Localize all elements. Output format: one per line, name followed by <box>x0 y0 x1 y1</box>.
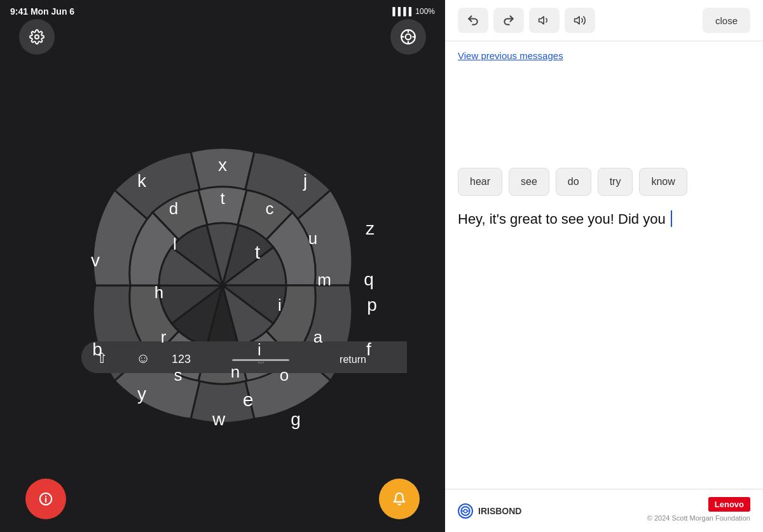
svg-marker-12 <box>575 17 580 24</box>
text-display: Hey, it's great to see you! Did you <box>445 203 763 489</box>
key-u[interactable]: u <box>308 229 317 248</box>
status-time: 9:41 Mon Jun 6 <box>10 6 74 17</box>
settings-button[interactable] <box>19 19 55 55</box>
copyright-text: © 2024 Scott Morgan Foundation <box>647 514 750 522</box>
close-button[interactable]: close <box>703 8 750 33</box>
key-l[interactable]: l <box>173 235 177 254</box>
key-h[interactable]: h <box>155 283 163 302</box>
key-y[interactable]: y <box>137 384 146 404</box>
battery-icon: 100% <box>415 7 435 16</box>
message-text: Hey, it's great to see you! Did you <box>458 211 670 227</box>
key-k[interactable]: k <box>137 171 147 191</box>
right-toolbar: close <box>445 0 763 41</box>
right-panel: close View previous messages hear see do… <box>445 0 763 532</box>
status-icons: ▐▐▐▐ 100% <box>390 7 435 16</box>
irisbond-svg-icon <box>460 505 471 517</box>
key-v[interactable]: v <box>91 250 100 270</box>
spacebar-line <box>232 359 289 361</box>
key-q[interactable]: q <box>364 269 374 289</box>
right-footer: IRISBOND Lenovo © 2024 Scott Morgan Foun… <box>445 489 763 532</box>
key-o[interactable]: o <box>280 365 289 385</box>
left-panel: 9:41 Mon Jun 6 ▐▐▐▐ 100% <box>0 0 445 532</box>
key-d[interactable]: d <box>169 199 178 218</box>
irisbond-logo: IRISBOND <box>458 503 521 519</box>
key-m[interactable]: m <box>317 270 331 289</box>
numbers-key[interactable]: 123 <box>172 353 191 365</box>
undo-button[interactable] <box>458 8 488 33</box>
key-g[interactable]: g <box>291 409 301 429</box>
key-t-mid[interactable]: t <box>220 189 225 208</box>
keyboard-container: x j z k v b y w g f q p t c u d l h r s … <box>38 88 407 482</box>
key-x[interactable]: x <box>218 155 227 175</box>
svg-point-14 <box>464 509 467 512</box>
key-j[interactable]: j <box>303 171 307 191</box>
key-n[interactable]: n <box>231 362 240 381</box>
view-previous-messages-link[interactable]: View previous messages <box>445 41 763 66</box>
suggestion-do[interactable]: do <box>556 168 591 196</box>
text-cursor <box>671 210 672 227</box>
target-button[interactable] <box>390 19 426 55</box>
undo-icon <box>467 14 479 27</box>
irisbond-icon <box>458 503 473 519</box>
key-r[interactable]: r <box>161 327 167 346</box>
redo-icon <box>502 14 515 27</box>
bottom-buttons <box>0 479 445 519</box>
volume-down-icon <box>538 14 551 27</box>
info-button[interactable] <box>25 479 66 519</box>
key-c[interactable]: c <box>266 199 274 218</box>
key-z[interactable]: z <box>366 219 375 238</box>
volume-up-icon <box>574 14 586 27</box>
key-s[interactable]: s <box>174 365 182 385</box>
suggestions-container: hear see do try know <box>445 66 763 203</box>
key-t-inner[interactable]: t <box>255 242 261 263</box>
svg-point-1 <box>406 34 411 40</box>
lenovo-badge: Lenovo <box>708 497 750 512</box>
suggestion-hear[interactable]: hear <box>458 168 502 196</box>
suggestion-try[interactable]: try <box>598 168 633 196</box>
svg-marker-11 <box>539 17 544 24</box>
key-f[interactable]: f <box>366 339 371 359</box>
key-a[interactable]: a <box>313 327 323 346</box>
key-w[interactable]: w <box>212 409 226 429</box>
emoji-key[interactable]: ☺ <box>136 350 150 366</box>
return-key[interactable]: return <box>340 354 366 365</box>
bell-icon <box>392 492 406 506</box>
bell-button[interactable] <box>379 479 420 519</box>
footer-right: Lenovo © 2024 Scott Morgan Foundation <box>647 497 750 524</box>
crosshair-icon <box>400 29 416 45</box>
suggestion-see[interactable]: see <box>509 168 549 196</box>
shift-key[interactable]: ⇧ <box>96 350 107 366</box>
irisbond-brand-name: IRISBOND <box>478 506 521 516</box>
info-icon <box>39 492 53 506</box>
volume-up-button[interactable] <box>565 8 595 33</box>
volume-down-button[interactable] <box>529 8 560 33</box>
gear-icon <box>29 29 45 44</box>
signal-icon: ▐▐▐▐ <box>390 7 411 16</box>
key-p[interactable]: p <box>367 295 377 315</box>
suggestion-know[interactable]: know <box>639 168 687 196</box>
key-i[interactable]: i <box>278 296 282 315</box>
svg-point-10 <box>45 496 46 497</box>
key-e[interactable]: e <box>243 389 254 410</box>
redo-button[interactable] <box>493 8 524 33</box>
radial-keyboard[interactable]: x j z k v b y w g f q p t c u d l h r s … <box>38 88 407 482</box>
top-buttons <box>0 19 445 55</box>
